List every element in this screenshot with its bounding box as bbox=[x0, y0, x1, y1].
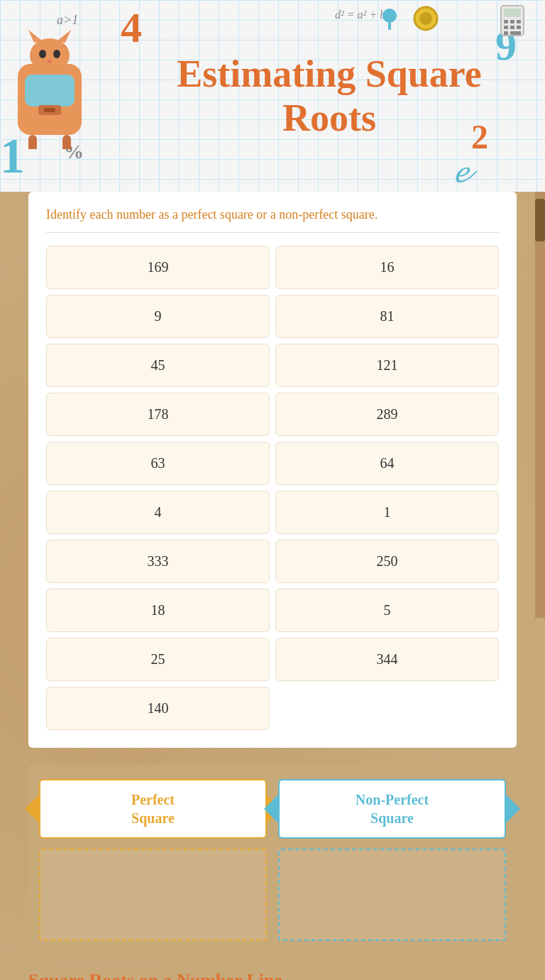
number-cell[interactable]: 169 bbox=[46, 246, 270, 289]
number-cell[interactable]: 178 bbox=[46, 393, 270, 436]
classify-card: PerfectSquare Non-PerfectSquare bbox=[28, 765, 517, 959]
main-content: Identify each number as a perfect square… bbox=[0, 192, 545, 980]
svg-point-15 bbox=[419, 12, 432, 25]
svg-point-9 bbox=[48, 60, 52, 62]
ring-icon bbox=[413, 6, 439, 31]
number-cell[interactable]: 16 bbox=[275, 246, 499, 289]
number-cell[interactable]: 5 bbox=[275, 589, 499, 632]
svg-rect-20 bbox=[517, 20, 521, 23]
svg-point-12 bbox=[382, 9, 397, 23]
nonperfect-square-label: Non-PerfectSquare bbox=[278, 779, 506, 839]
perfect-square-drop-zone[interactable] bbox=[39, 849, 267, 941]
pin-icon bbox=[380, 6, 400, 31]
number-cell[interactable]: 25 bbox=[46, 638, 270, 681]
number-cell[interactable]: 63 bbox=[46, 442, 270, 485]
svg-point-7 bbox=[39, 50, 46, 58]
scrollbar[interactable] bbox=[535, 192, 545, 618]
deco-formula-1: a>1 bbox=[57, 13, 78, 28]
instructions-text: Identify each number as a perfect square… bbox=[46, 206, 499, 233]
number-cell[interactable]: 81 bbox=[275, 295, 499, 338]
number-cell[interactable]: 140 bbox=[46, 687, 270, 730]
header: a>1 d² = a² + b² 4 9 2 1 % 𝓮 bbox=[0, 0, 545, 192]
number-cell[interactable]: 4 bbox=[46, 491, 270, 534]
svg-rect-11 bbox=[44, 108, 55, 112]
svg-marker-6 bbox=[57, 30, 71, 43]
number-cell[interactable]: 333 bbox=[46, 540, 270, 583]
nonperfect-square-column: Non-PerfectSquare bbox=[278, 779, 506, 941]
number-cell[interactable]: 1 bbox=[275, 491, 499, 534]
number-cell[interactable]: 64 bbox=[275, 442, 499, 485]
calculator-icon bbox=[500, 4, 525, 37]
deco-squiggle: 𝓮 bbox=[451, 150, 467, 192]
svg-rect-21 bbox=[504, 26, 508, 29]
svg-rect-25 bbox=[510, 31, 521, 35]
bottom-section-heading: Square Roots on a Number Line bbox=[28, 959, 517, 980]
number-cell[interactable]: 9 bbox=[46, 295, 270, 338]
svg-rect-13 bbox=[388, 23, 391, 30]
scrollbar-thumb[interactable] bbox=[535, 199, 545, 241]
number-cell[interactable]: 344 bbox=[275, 638, 499, 681]
svg-rect-18 bbox=[504, 20, 508, 23]
page-title: Estimating SquareRoots bbox=[120, 52, 482, 140]
svg-marker-5 bbox=[28, 30, 43, 43]
number-grid: 1691698145121178289636441333250185253441… bbox=[46, 246, 499, 730]
perfect-square-label: PerfectSquare bbox=[39, 779, 267, 839]
numbers-card: Identify each number as a perfect square… bbox=[28, 192, 517, 748]
number-cell[interactable]: 18 bbox=[46, 589, 270, 632]
svg-rect-22 bbox=[510, 26, 514, 29]
svg-rect-17 bbox=[504, 9, 521, 17]
deco-number-4: 4 bbox=[121, 4, 142, 53]
svg-rect-23 bbox=[517, 26, 521, 29]
number-cell[interactable]: 289 bbox=[275, 393, 499, 436]
perfect-square-column: PerfectSquare bbox=[39, 779, 267, 941]
svg-point-8 bbox=[53, 50, 60, 58]
svg-rect-2 bbox=[28, 135, 37, 149]
number-cell[interactable]: 250 bbox=[275, 540, 499, 583]
svg-rect-24 bbox=[504, 31, 508, 35]
nonperfect-square-drop-zone[interactable] bbox=[278, 849, 506, 941]
number-cell[interactable]: 45 bbox=[46, 344, 270, 387]
svg-rect-19 bbox=[510, 20, 514, 23]
number-cell[interactable]: 121 bbox=[275, 344, 499, 387]
